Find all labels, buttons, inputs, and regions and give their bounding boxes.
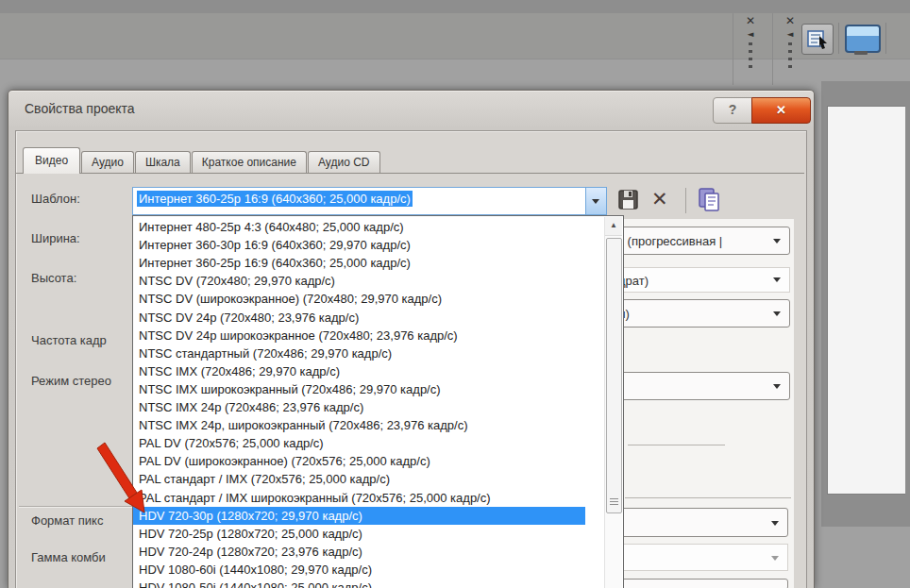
help-button[interactable]: ? (713, 97, 752, 124)
floppy-save-icon (616, 188, 640, 211)
scroll-up-button[interactable]: ▲ (605, 217, 622, 236)
list-cursor-icon[interactable] (801, 24, 834, 55)
chevron-up-icon: ▲ (610, 221, 617, 229)
monitor-icon[interactable] (845, 25, 881, 53)
rendering-quality-combobox[interactable] (612, 372, 790, 400)
pin-arrow-icon[interactable]: ◄ (780, 28, 800, 40)
monitor-stand (854, 51, 868, 55)
dropdown-item[interactable]: Интернет 360-30p 16:9 (640x360; 29,970 к… (133, 236, 585, 254)
dropdown-item[interactable]: PAL DV (широкоэкранное) (720x576; 25,000… (133, 452, 585, 470)
toolbar-divider (733, 13, 733, 85)
grip-dots-icon[interactable] (749, 42, 752, 71)
combobox-dropdown-button[interactable] (585, 188, 606, 214)
dropdown-item[interactable]: NTSC DV (широкоэкранное) (720x480; 29,97… (133, 290, 585, 308)
tabstrip-baseline (16, 173, 804, 174)
group-divider (625, 497, 791, 498)
dock-header-1[interactable]: ✕ ◄ (740, 13, 761, 87)
framerate-label: Частота кадр (31, 333, 107, 347)
copy-properties-button[interactable] (695, 185, 723, 218)
tab-аудио[interactable]: Аудио (81, 151, 134, 174)
close-button[interactable]: ✕ (751, 97, 811, 124)
tab-видео[interactable]: Видео (23, 147, 80, 174)
chevron-down-icon (773, 311, 781, 316)
tab-аудио-cd[interactable]: Аудио CD (308, 151, 380, 174)
toolbar-separator (685, 188, 686, 213)
dropdown-item[interactable]: HDV 720-25p (1280x720; 25,000 кадр/с) (133, 525, 585, 543)
chevron-down-icon (773, 277, 781, 282)
toolbar-separator (838, 23, 839, 54)
delete-template-button[interactable]: ✕ (651, 188, 668, 210)
background-top-band (0, 0, 910, 13)
close-icon[interactable]: ✕ (780, 13, 800, 28)
dropdown-item[interactable]: HDV 720-30p (1280x720; 29,970 кадр/с) (133, 507, 585, 525)
chevron-down-icon (773, 384, 781, 389)
chevron-down-icon (773, 239, 781, 244)
dropdown-items: Интернет 480-25p 4:3 (640x480; 25,000 ка… (133, 218, 604, 588)
tab-краткое-описание[interactable]: Краткое описание (192, 151, 307, 174)
dock-header-2[interactable]: ✕ ◄ (780, 13, 800, 87)
chevron-down-icon (771, 556, 779, 561)
output-rotation-combobox[interactable]: л) (612, 299, 790, 328)
toolbar-divider (772, 13, 773, 85)
dropdown-item[interactable]: PAL стандарт / IMX (720x576; 25,000 кадр… (133, 470, 585, 488)
stereo-mode-label: Режим стерео (31, 374, 111, 388)
chevron-down-icon (771, 521, 779, 526)
template-combobox-value: Интернет 360-25p 16:9 (640x360; 25,000 к… (137, 192, 413, 206)
red-annotation-arrow (85, 429, 160, 524)
template-combobox[interactable]: Интернет 360-25p 16:9 (640x360; 25,000 к… (132, 187, 607, 215)
dropdown-scrollbar[interactable]: ▲ (604, 217, 622, 588)
save-template-button[interactable] (616, 188, 640, 215)
dropdown-item[interactable]: HDV 720-24p (1280x720; 23,976 кадр/с) (133, 543, 585, 561)
combobox-value: т (прогрессивная | (618, 234, 722, 248)
field-order-combobox[interactable]: т (прогрессивная | (612, 227, 790, 255)
dropdown-item[interactable]: NTSC IMX 24p, широкоэкранный (720x486; 2… (133, 416, 585, 434)
tabstrip: ВидеоАудиоШкалаКраткое описаниеАудио CD (23, 146, 381, 174)
gamma-combobox[interactable] (612, 544, 788, 571)
dropdown-item[interactable]: PAL DV (720x576; 25,000 кадр/с) (133, 434, 585, 452)
gamma-label: Гамма комби (31, 550, 106, 564)
background-mid-band (0, 13, 910, 59)
pixel-format-combobox[interactable] (612, 508, 788, 537)
grip-dots-icon[interactable] (788, 42, 792, 71)
dropdown-item[interactable]: NTSC IMX 24p (720x486; 23,976 кадр/с) (133, 398, 585, 416)
dropdown-item[interactable]: Интернет 480-25p 4:3 (640x480; 25,000 ка… (133, 218, 585, 236)
dropdown-item[interactable]: NTSC IMX широкоэкранный (720x486; 29,970… (133, 380, 585, 398)
field-underline (628, 445, 725, 445)
chevron-down-icon (592, 199, 599, 204)
dialog-title: Свойства проекта (25, 101, 135, 116)
width-label: Ширина: (31, 231, 80, 245)
screenshot-root: { "background": { "panel_close_glyph": "… (0, 0, 910, 588)
dropdown-item[interactable]: NTSC DV (720x480; 29,970 кадр/с) (133, 272, 585, 290)
scrollbar-grip-icon (610, 498, 618, 507)
close-icon[interactable]: ✕ (740, 13, 761, 28)
tab-шкала[interactable]: Шкала (135, 151, 191, 174)
scrollbar-thumb[interactable] (606, 238, 622, 513)
height-label: Высота: (31, 271, 76, 285)
pin-arrow-icon[interactable]: ◄ (740, 28, 761, 40)
dropdown-item[interactable]: HDV 1080-50i (1440x1080; 25,000 кадр/с) (133, 579, 585, 588)
clipboard-copy-icon (695, 185, 723, 214)
template-dropdown-list: Интернет 480-25p 4:3 (640x480; 25,000 ка… (132, 215, 624, 588)
dropdown-item[interactable]: NTSC DV 24p (720x480; 23,976 кадр/с) (133, 309, 585, 327)
dropdown-item[interactable]: HDV 1080-60i (1440x1080; 29,970 кадр/с) (133, 561, 585, 579)
background-window-panel (827, 106, 905, 495)
template-label: Шаблон: (31, 192, 80, 206)
dropdown-item[interactable]: Интернет 360-25p 16:9 (640x360; 25,000 к… (133, 254, 585, 272)
dropdown-item[interactable]: NTSC IMX (720x486; 29,970 кадр/с) (133, 362, 585, 380)
partial-combobox[interactable] (612, 579, 788, 588)
dropdown-item[interactable]: PAL стандарт / IMX широкоэкранный (720x5… (133, 489, 585, 507)
dropdown-item[interactable]: NTSC стандартный (720x486; 29,970 кадр/с… (133, 344, 585, 362)
dropdown-item[interactable]: NTSC DV 24p широкоэкранное (720x480; 23,… (133, 327, 585, 344)
toolbar-separator (885, 23, 886, 54)
pixel-aspect-combobox[interactable]: драт) (612, 267, 790, 293)
